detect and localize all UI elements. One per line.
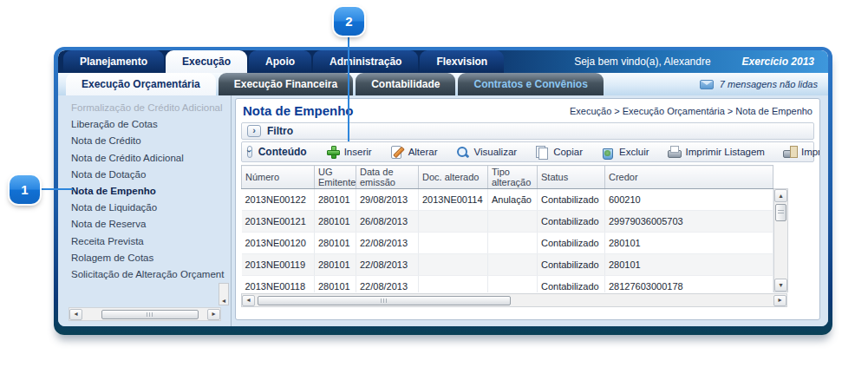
messages-text[interactable]: 7 mensagens não lidas [720, 79, 818, 89]
table-cell [419, 254, 488, 276]
sub-tab-contabilidade[interactable]: Contabilidade [356, 73, 455, 95]
sub-tab-execucao-financeira[interactable]: Execução Financeira [219, 73, 353, 95]
sidebar-item-nota-de-reserva[interactable]: Nota de Reserva [71, 216, 231, 233]
content-collapse-button[interactable] [247, 146, 252, 158]
panel-header: Nota de Empenho Execução > Execução Orça… [241, 102, 814, 122]
table-cell: 2013NE00114 [419, 189, 488, 211]
table-cell: 29/08/2013 [356, 189, 419, 211]
sidebar-vertical-scrollbar-stub[interactable]: ◂ [219, 283, 229, 305]
callout-1-number: 1 [21, 182, 28, 197]
sidebar-item-nota-de-empenho[interactable]: Nota de Empenho [71, 183, 231, 200]
table-cell [488, 233, 538, 254]
callout-2-badge: 2 [334, 7, 364, 36]
table-cell: 280101 [315, 211, 356, 233]
copiar-button[interactable]: Copiar [525, 145, 591, 159]
toolbar-button-label: Visualizar [474, 147, 518, 157]
imprimir-listagem-button[interactable]: Imprimir Listagem [658, 145, 773, 159]
table-cell: 280101 [315, 276, 356, 293]
nav-tab-execucao[interactable]: Execução [166, 50, 247, 73]
sidebar-item-solicitacao-de-alteracao-orcament[interactable]: Solicitação de Alteração Orçament [71, 266, 231, 283]
table-row[interactable]: 2013NE0012228010129/08/20132013NE00114An… [242, 189, 773, 211]
column-header-ug-emitente[interactable]: UG Emitente [315, 166, 356, 189]
scroll-right-icon[interactable]: ▸ [207, 309, 220, 320]
inserir-button[interactable]: Inserir [317, 145, 381, 159]
column-header-data-de-emissao[interactable]: Data de emissão [356, 166, 419, 189]
welcome-text: Seja bem vindo(a), Alexandre [574, 56, 710, 68]
messages-link[interactable]: 7 mensagens não lidas [700, 73, 828, 95]
table-row[interactable]: 2013NE0012028010122/08/2013Contabilizado… [242, 233, 773, 254]
column-header-numero[interactable]: Número [242, 166, 315, 189]
nav-tab-planejamento[interactable]: Planejamento [63, 50, 164, 73]
nav-tab-flexvision[interactable]: Flexvision [420, 50, 504, 73]
hscroll-thumb[interactable] [258, 296, 511, 305]
table-row[interactable]: 2013NE0012128010126/08/2013Contabilizado… [242, 211, 773, 233]
alterar-button[interactable]: Alterar [381, 145, 447, 159]
column-header-tipo-alteracao[interactable]: Tipo alteração [488, 166, 538, 189]
table-cell [419, 276, 488, 293]
vscroll-thumb[interactable] [775, 204, 786, 221]
sidebar-item-nota-de-credito-adicional[interactable]: Nota de Crédito Adicional [71, 150, 231, 167]
scroll-left-icon[interactable]: ◂ [242, 295, 255, 306]
table-cell: 280101 [315, 233, 356, 254]
table-cell: 22/08/2013 [356, 276, 419, 293]
content-area: Formalização de Crédito AdicionalLiberaç… [58, 95, 828, 326]
horizontal-scrollbar[interactable]: ◂ ▸ [241, 293, 787, 307]
callout-1-badge: 1 [10, 175, 40, 204]
nav-tab-administracao[interactable]: Administração [313, 50, 418, 73]
toolbar-button-label: Imprimir Espelhos [801, 147, 820, 157]
filter-expand-button[interactable] [247, 125, 261, 137]
nav-tab-apoio[interactable]: Apoio [249, 50, 311, 73]
copy-icon [534, 145, 549, 159]
sidebar-item-liberacao-de-cotas[interactable]: Liberação de Cotas [71, 116, 231, 133]
table-cell: 2013NE00119 [242, 254, 315, 276]
callout-2-number: 2 [345, 14, 352, 29]
table-cell [419, 233, 488, 254]
table-cell [488, 211, 538, 233]
column-header-status[interactable]: Status [538, 166, 605, 189]
table-cell: Contabilizado [538, 189, 605, 211]
scroll-down-icon[interactable]: ▾ [774, 279, 787, 292]
table-cell: 2013NE00120 [242, 233, 315, 254]
table-row[interactable]: 2013NE0011828010122/08/2013Contabilizado… [242, 276, 773, 293]
sidebar-item-nota-de-dotacao[interactable]: Nota de Dotação [71, 167, 231, 183]
toolbar-button-label: Copiar [553, 147, 583, 157]
scroll-left-icon[interactable]: ◂ [69, 309, 82, 320]
sidebar-item-nota-de-credito[interactable]: Nota de Crédito [71, 133, 231, 149]
edit-icon [389, 145, 404, 159]
sidebar-hscroll-thumb[interactable] [101, 310, 199, 319]
table-cell: 22/08/2013 [356, 233, 419, 254]
sidebar-horizontal-scrollbar[interactable]: ◂ ▸ [69, 307, 221, 321]
table-viewport: NúmeroUG EmitenteData de emissãoDoc. alt… [241, 165, 773, 292]
content-label: Conteúdo [258, 146, 307, 158]
page-title: Nota de Empenho [243, 103, 354, 118]
sidebar-item-nota-de-liquidacao[interactable]: Nota de Liquidação [71, 200, 231, 216]
table-cell: 26/08/2013 [356, 211, 419, 233]
sidebar-item-receita-prevista[interactable]: Receita Prevista [71, 233, 231, 250]
module-nav-tabs: Execução OrçamentáriaExecução Financeira… [58, 73, 606, 95]
page: 1 2 PlanejamentoExecuçãoApoioAdministraç… [0, 0, 868, 374]
table-cell: 280101 [315, 189, 356, 211]
table-row[interactable]: 2013NE0011928010122/08/2013Contabilizado… [242, 254, 773, 276]
table-cell: 280101 [315, 254, 356, 276]
sub-tab-contratos-e-convenios[interactable]: Contratos e Convênios [458, 73, 603, 95]
module-nav-bar: Execução OrçamentáriaExecução Financeira… [58, 73, 828, 95]
exercise-label: Exercício 2013 [742, 56, 814, 68]
main-panel: Nota de Empenho Execução > Execução Orça… [235, 98, 820, 320]
visualizar-button[interactable]: Visualizar [447, 145, 526, 159]
toolbar-button-label: Inserir [344, 147, 372, 157]
sidebar-item-rolagem-de-cotas[interactable]: Rolagem de Cotas [71, 250, 231, 266]
scroll-right-icon[interactable]: ▸ [773, 295, 786, 306]
content-bar: Conteúdo InserirAlterarVisualizarCopiarE… [241, 141, 814, 162]
excluir-button[interactable]: Excluir [591, 145, 658, 159]
sidebar: Formalização de Crédito AdicionalLiberaç… [58, 95, 232, 326]
sub-tab-execucao-orcamentaria[interactable]: Execução Orçamentária [66, 73, 216, 95]
vertical-scrollbar[interactable]: ▴ ▾ [773, 188, 788, 292]
envelope-icon[interactable] [700, 80, 714, 89]
app-window-inner: PlanejamentoExecuçãoApoioAdministraçãoFl… [58, 50, 828, 326]
table-zone: NúmeroUG EmitenteData de emissãoDoc. alt… [241, 165, 814, 307]
column-header-doc-alterado[interactable]: Doc. alterado [419, 166, 488, 189]
scroll-up-icon[interactable]: ▴ [774, 189, 787, 202]
column-header-credor[interactable]: Credor [605, 166, 773, 189]
table-cell: 2013NE00118 [242, 276, 315, 293]
imprimir-espelhos-button[interactable]: Imprimir Espelhos [773, 145, 820, 159]
